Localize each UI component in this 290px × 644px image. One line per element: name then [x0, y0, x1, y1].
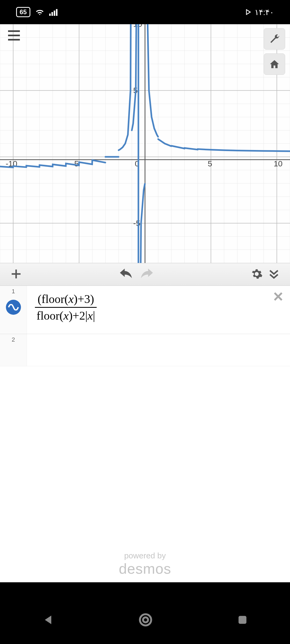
- nav-recent-button[interactable]: [237, 614, 248, 626]
- expr-num-prefix: (floor(: [38, 292, 68, 306]
- status-right: ۱۴:۴۰: [246, 8, 274, 17]
- expression-color-swatch[interactable]: [6, 300, 21, 315]
- chevrons-down-icon: [268, 268, 280, 280]
- battery-indicator: 65: [16, 7, 30, 17]
- expression-index: 2: [12, 336, 15, 343]
- expression-row[interactable]: 1 (floor(x)+3) floor(x)+2|x|: [0, 286, 290, 334]
- nav-back-button[interactable]: [42, 613, 55, 626]
- collapse-list-button[interactable]: [265, 265, 282, 284]
- expression-gutter: 2: [0, 334, 27, 366]
- expression-gutter: 1: [0, 286, 27, 334]
- triangle-back-icon: [42, 613, 55, 626]
- expr-num-suffix: )+3): [74, 292, 94, 306]
- play-icon: [246, 9, 251, 15]
- undo-button[interactable]: [117, 266, 136, 283]
- status-left: 65: [16, 7, 58, 17]
- svg-text:10: 10: [274, 159, 282, 168]
- home-button[interactable]: [264, 53, 285, 75]
- clock: ۱۴:۴۰: [255, 8, 274, 17]
- gear-icon: [251, 268, 263, 280]
- wave-icon: [8, 304, 19, 310]
- close-icon: [273, 291, 284, 302]
- svg-rect-0: [49, 14, 51, 16]
- expr-den-mid: )+2|: [69, 309, 88, 322]
- svg-rect-2: [54, 10, 55, 16]
- svg-rect-67: [238, 616, 246, 624]
- add-expression-button[interactable]: [8, 265, 25, 284]
- wrench-button[interactable]: [264, 28, 285, 50]
- wifi-icon: [35, 8, 44, 16]
- svg-text:-5: -5: [133, 219, 140, 228]
- redo-button[interactable]: [136, 266, 156, 283]
- expression-row[interactable]: 2: [0, 334, 290, 366]
- nav-home-button[interactable]: [138, 612, 153, 627]
- menu-button[interactable]: [8, 30, 20, 42]
- home-icon: [269, 59, 280, 69]
- square-recent-icon: [237, 614, 248, 626]
- wrench-icon: [269, 34, 280, 44]
- powered-by-small: powered by: [0, 551, 290, 560]
- expr-den-prefix: floor(: [37, 309, 63, 322]
- delete-expression-button[interactable]: [273, 291, 284, 303]
- expression-toolbar: [0, 263, 290, 286]
- bottom-gap: [0, 582, 290, 596]
- status-bar: 65 ۱۴:۴۰: [0, 0, 290, 24]
- expr-den-suffix: |: [93, 309, 95, 322]
- graph-settings-button[interactable]: [248, 265, 265, 284]
- svg-rect-3: [56, 9, 57, 16]
- expr-den-var2: x: [88, 309, 93, 322]
- circle-home-icon: [138, 612, 153, 627]
- svg-rect-1: [51, 12, 53, 16]
- signal-icon: [49, 8, 58, 16]
- graph-viewport[interactable]: -10-50510-5510: [0, 24, 290, 263]
- undo-icon: [119, 269, 134, 279]
- svg-point-66: [143, 617, 148, 623]
- expression-index: 1: [12, 288, 15, 295]
- redo-icon: [139, 269, 154, 279]
- expr-den-var: x: [63, 309, 69, 322]
- svg-point-65: [140, 614, 151, 625]
- powered-by: powered by desmos: [0, 551, 290, 577]
- android-nav-bar: [0, 596, 290, 644]
- expression-formula[interactable]: (floor(x)+3) floor(x)+2|x|: [27, 286, 290, 334]
- expr-num-var: x: [68, 292, 74, 306]
- powered-by-brand: desmos: [0, 560, 290, 577]
- plus-icon: [10, 268, 22, 280]
- svg-text:5: 5: [208, 159, 212, 168]
- expression-list: 1 (floor(x)+3) floor(x)+2|x| 2: [0, 286, 290, 551]
- expression-formula[interactable]: [27, 334, 290, 366]
